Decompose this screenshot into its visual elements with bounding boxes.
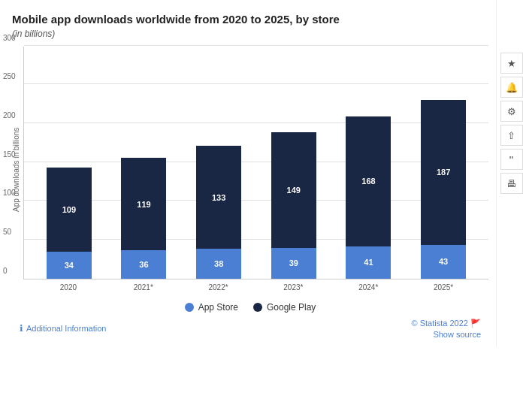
- quote-button[interactable]: ": [500, 149, 523, 170]
- bar-stack: 36119: [121, 158, 166, 278]
- grid-line: [24, 45, 488, 46]
- google-play-dot: [253, 303, 262, 312]
- bars-container: 341093611938133391494116843187: [24, 47, 488, 279]
- bar-stack: 41168: [346, 116, 391, 279]
- chart-wrapper: App downloads in billions 05010015020025…: [12, 47, 488, 293]
- show-source-link[interactable]: Show source: [433, 330, 481, 339]
- footer: ℹ Additional Information © Statista 2022…: [12, 313, 488, 339]
- google-play-bar: 119: [121, 158, 166, 250]
- app-store-bar: 38: [196, 249, 241, 278]
- app-store-bar: 41: [346, 246, 391, 278]
- google-play-bar: 168: [346, 116, 391, 247]
- x-axis: 20202021*2022*2023*2024*2025*: [23, 279, 488, 293]
- bar-group: 34109: [43, 168, 95, 279]
- x-label: 2020: [60, 283, 77, 292]
- chart-inner: 050100150200250300 341093611938133391494…: [23, 47, 488, 293]
- statista-credit: © Statista 2022 🚩: [412, 319, 481, 328]
- bar-group: 43187: [417, 100, 470, 279]
- legend-google-play: Google Play: [253, 302, 316, 313]
- google-play-bar: 187: [421, 100, 466, 245]
- bar-stack: 34109: [47, 168, 92, 279]
- x-label: 2021*: [134, 283, 153, 292]
- footer-left[interactable]: ℹ Additional Information: [20, 323, 106, 334]
- bar-stack: 39149: [271, 132, 316, 278]
- bar-group: 38133: [192, 146, 245, 279]
- x-label: 2023*: [283, 283, 303, 292]
- x-axis-item: 2021*: [117, 279, 170, 293]
- share-button[interactable]: ⇧: [500, 125, 523, 146]
- bar-stack: 38133: [196, 146, 241, 279]
- y-tick: 50: [3, 227, 11, 235]
- chart-area: Mobile app downloads worldwide from 2020…: [0, 0, 496, 346]
- app-store-bar: 39: [271, 248, 316, 278]
- x-label: 2024*: [358, 283, 378, 292]
- app-store-bar: 36: [121, 250, 166, 278]
- y-tick: 200: [3, 110, 16, 119]
- app-store-label: App Store: [198, 302, 238, 313]
- y-tick: 0: [3, 266, 8, 274]
- x-axis-item: 2023*: [267, 279, 319, 293]
- grid-area: 050100150200250300 341093611938133391494…: [23, 47, 488, 279]
- y-tick: 300: [3, 33, 16, 41]
- legend: App Store Google Play: [12, 302, 488, 313]
- app-store-bar: 43: [421, 245, 466, 278]
- x-label: 2022*: [208, 283, 228, 292]
- chart-subtitle: (in billions): [12, 29, 488, 39]
- info-icon: ℹ: [20, 323, 23, 334]
- bar-group: 41168: [342, 116, 394, 279]
- flag-icon: 🚩: [470, 319, 481, 328]
- google-play-bar: 133: [196, 146, 241, 249]
- x-axis-item: 2022*: [192, 279, 245, 293]
- main-container: Mobile app downloads worldwide from 2020…: [0, 0, 526, 346]
- google-play-bar: 149: [271, 132, 316, 248]
- chart-title: Mobile app downloads worldwide from 2020…: [12, 12, 488, 27]
- y-tick: 150: [3, 150, 16, 158]
- x-axis-item: 2020: [42, 279, 95, 293]
- print-button[interactable]: 🖶: [500, 173, 523, 194]
- bookmark-button[interactable]: ★: [500, 53, 523, 74]
- x-axis-item: 2024*: [342, 279, 394, 293]
- google-play-bar: 109: [47, 168, 92, 252]
- y-tick: 100: [3, 189, 16, 197]
- google-play-label: Google Play: [267, 302, 316, 313]
- bar-group: 36119: [117, 158, 170, 278]
- x-label: 2025*: [434, 283, 453, 292]
- bar-group: 39149: [268, 132, 320, 278]
- settings-button[interactable]: ⚙: [500, 101, 523, 122]
- footer-right: © Statista 2022 🚩 Show source: [412, 319, 481, 339]
- additional-info-link[interactable]: Additional Information: [26, 324, 106, 333]
- bar-stack: 43187: [421, 100, 466, 279]
- x-axis-item: 2025*: [417, 279, 470, 293]
- alert-button[interactable]: 🔔: [500, 77, 523, 98]
- y-axis-label: App downloads in billions: [12, 47, 20, 293]
- app-store-bar: 34: [47, 252, 92, 278]
- app-store-dot: [185, 303, 194, 312]
- legend-app-store: App Store: [185, 302, 238, 313]
- y-tick: 250: [3, 72, 16, 80]
- sidebar: ★ 🔔 ⚙ ⇧ " 🖶: [496, 0, 526, 346]
